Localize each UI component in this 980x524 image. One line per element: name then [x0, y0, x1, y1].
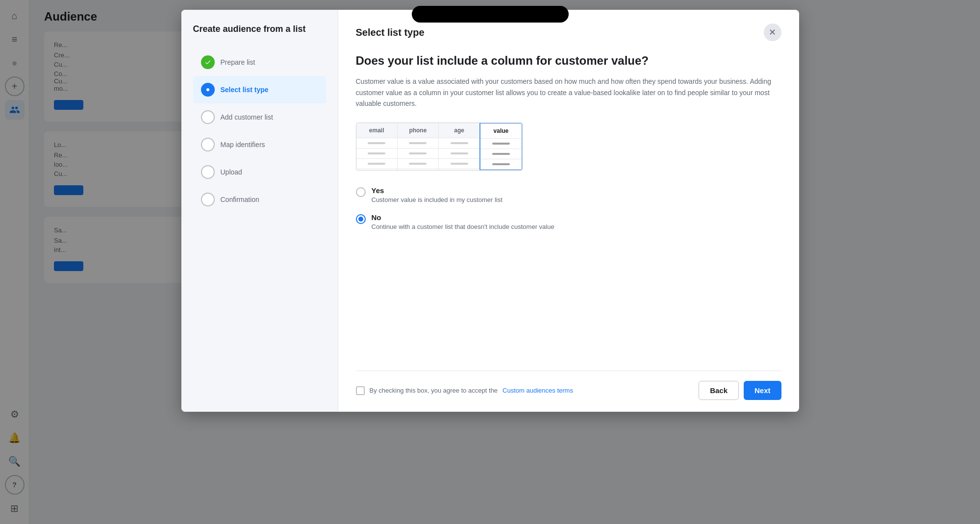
table-col-phone: phone	[398, 123, 439, 170]
table-cell-phone-1	[398, 138, 438, 149]
table-illus-inner: email phone age	[356, 123, 523, 171]
step-circle-6	[201, 193, 215, 206]
step-label-4: Map identifiers	[221, 141, 265, 149]
step-map-identifiers[interactable]: Map identifiers	[193, 131, 326, 158]
radio-content-no: No Continue with a customer list that do…	[372, 213, 554, 230]
table-cell-value-2	[480, 149, 521, 159]
step-prepare-list[interactable]: Prepare list	[193, 49, 326, 76]
modal-footer: By checking this box, you agree to accep…	[356, 371, 781, 400]
modal-header: Select list type ✕	[356, 24, 781, 41]
step-label-6: Confirmation	[221, 196, 259, 203]
modal-close-button[interactable]: ✕	[764, 24, 781, 41]
footer-buttons: Back Next	[699, 381, 781, 400]
back-button[interactable]: Back	[699, 381, 739, 400]
table-col-value: value	[479, 123, 522, 171]
terms-text: By checking this box, you agree to accep…	[370, 387, 498, 394]
table-cell-value-3	[480, 159, 521, 170]
modal-overlay: Create audience from a list Prepare list…	[0, 0, 980, 524]
question-title: Does your list include a column for cust…	[356, 53, 781, 68]
step-upload[interactable]: Upload	[193, 158, 326, 186]
step-label-5: Upload	[221, 168, 242, 176]
table-cell-value-1	[480, 139, 521, 149]
modal-step-title: Select list type	[356, 27, 425, 38]
step-select-list-type[interactable]: Select list type	[193, 76, 326, 103]
step-circle-4	[201, 138, 215, 151]
radio-label-yes: Yes	[372, 186, 503, 195]
table-illustration: email phone age	[356, 123, 523, 171]
table-cell-age-1	[439, 138, 479, 149]
modal-left-panel: Create audience from a list Prepare list…	[181, 10, 338, 412]
table-cell-age-3	[439, 159, 479, 169]
radio-input-yes[interactable]	[356, 187, 366, 197]
table-header-phone: phone	[398, 123, 438, 138]
radio-input-no[interactable]	[356, 214, 366, 224]
table-header-value: value	[480, 124, 521, 139]
radio-option-no[interactable]: No Continue with a customer list that do…	[356, 213, 781, 230]
svg-point-0	[206, 88, 209, 91]
modal-left-title: Create audience from a list	[193, 24, 326, 35]
step-label-1: Prepare list	[221, 58, 255, 66]
top-pill	[412, 6, 569, 23]
table-cell-email-1	[356, 138, 397, 149]
step-circle-5	[201, 165, 215, 179]
question-description: Customer value is a value associated wit…	[356, 76, 773, 109]
next-button[interactable]: Next	[744, 381, 781, 400]
step-add-customer-list[interactable]: Add customer list	[193, 103, 326, 131]
table-header-email: email	[356, 123, 397, 138]
terms-row: By checking this box, you agree to accep…	[356, 386, 573, 395]
table-header-age: age	[439, 123, 479, 138]
terms-link[interactable]: Custom audiences terms	[503, 387, 573, 394]
radio-options: Yes Customer value is included in my cus…	[356, 186, 781, 230]
table-cell-email-2	[356, 149, 397, 159]
terms-checkbox[interactable]	[356, 386, 365, 395]
step-confirmation[interactable]: Confirmation	[193, 186, 326, 213]
radio-dot-no	[358, 217, 363, 222]
radio-label-no: No	[372, 213, 554, 222]
table-col-age: age	[439, 123, 480, 170]
table-cell-age-2	[439, 149, 479, 159]
radio-content-yes: Yes Customer value is included in my cus…	[372, 186, 503, 203]
table-col-email: email	[356, 123, 398, 170]
step-circle-1	[201, 55, 215, 69]
modal-right-panel: Select list type ✕ Does your list includ…	[338, 10, 799, 412]
step-label-3: Add customer list	[221, 113, 273, 121]
radio-desc-no: Continue with a customer list that doesn…	[372, 223, 554, 230]
stepper: Prepare list Select list type Add custom…	[193, 49, 326, 213]
radio-option-yes[interactable]: Yes Customer value is included in my cus…	[356, 186, 781, 203]
table-cell-phone-3	[398, 159, 438, 169]
step-circle-2	[201, 83, 215, 97]
table-cell-email-3	[356, 159, 397, 169]
radio-desc-yes: Customer value is included in my custome…	[372, 196, 503, 203]
modal: Create audience from a list Prepare list…	[181, 10, 799, 412]
table-cell-phone-2	[398, 149, 438, 159]
step-circle-3	[201, 110, 215, 124]
step-label-2: Select list type	[221, 86, 269, 94]
